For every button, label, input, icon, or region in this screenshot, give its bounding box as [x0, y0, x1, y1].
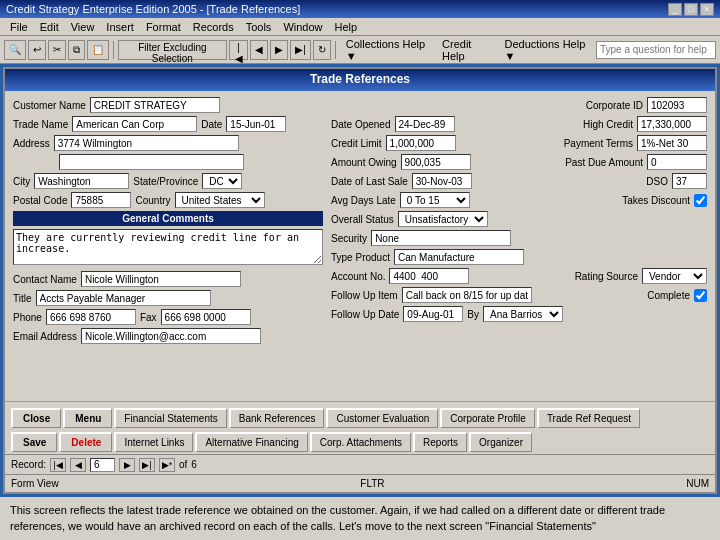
menu-window[interactable]: Window — [277, 20, 328, 34]
credit-limit-input[interactable] — [386, 135, 456, 151]
right-col: Date Opened High Credit Credit Limit Pay… — [331, 116, 707, 347]
title-row: Title — [13, 290, 323, 306]
security-input[interactable] — [371, 230, 511, 246]
title-input[interactable] — [36, 290, 211, 306]
toolbar-search[interactable]: 🔍 — [4, 40, 26, 60]
address-input[interactable] — [54, 135, 239, 151]
postal-input[interactable] — [71, 192, 131, 208]
bank-references-btn[interactable]: Bank References — [229, 408, 325, 428]
contact-name-input[interactable] — [81, 271, 241, 287]
collections-help[interactable]: Collections Help ▼ — [340, 37, 434, 63]
corporate-profile-btn[interactable]: Corporate Profile — [440, 408, 535, 428]
save-btn[interactable]: Save — [11, 432, 57, 452]
menu-view[interactable]: View — [65, 20, 101, 34]
corp-attachments-btn[interactable]: Corp. Attachments — [310, 432, 411, 452]
payment-terms-input[interactable] — [637, 135, 707, 151]
close-btn-form[interactable]: Close — [11, 408, 61, 428]
toolbar-filter[interactable]: Filter Excluding Selection — [118, 40, 227, 60]
organizer-btn[interactable]: Organizer — [469, 432, 532, 452]
date-opened-row: Date Opened High Credit — [331, 116, 707, 132]
email-row: Email Address — [13, 328, 323, 344]
menu-records[interactable]: Records — [187, 20, 240, 34]
toolbar-copy[interactable]: ⧉ — [68, 40, 85, 60]
date-opened-input[interactable] — [395, 116, 455, 132]
customer-evaluation-btn[interactable]: Customer Evaluation — [326, 408, 438, 428]
overall-status-select[interactable]: Unsatisfactory — [398, 211, 488, 227]
credit-limit-label: Credit Limit — [331, 138, 382, 149]
follow-up-date-input[interactable] — [403, 306, 463, 322]
trade-name-input[interactable] — [72, 116, 197, 132]
record-current[interactable] — [90, 458, 115, 472]
menu-insert[interactable]: Insert — [100, 20, 140, 34]
account-no-input[interactable] — [389, 268, 469, 284]
address-label: Address — [13, 138, 50, 149]
toolbar-nav-first[interactable]: |◀ — [229, 40, 248, 60]
type-product-input[interactable] — [394, 249, 524, 265]
toolbar-back[interactable]: ↩ — [28, 40, 46, 60]
nav-last[interactable]: ▶| — [139, 458, 155, 472]
credit-help[interactable]: Credit Help — [436, 37, 497, 63]
toolbar-paste[interactable]: 📋 — [87, 40, 109, 60]
toolbar-refresh[interactable]: ↻ — [313, 40, 331, 60]
past-due-input[interactable] — [647, 154, 707, 170]
country-select[interactable]: United States — [175, 192, 265, 208]
follow-up-input[interactable] — [402, 287, 532, 303]
maximize-btn[interactable]: □ — [684, 3, 698, 16]
minimize-btn[interactable]: _ — [668, 3, 682, 16]
nav-new[interactable]: ▶* — [159, 458, 175, 472]
alternative-financing-btn[interactable]: Alternative Financing — [195, 432, 307, 452]
postal-label: Postal Code — [13, 195, 67, 206]
phone-input[interactable] — [46, 309, 136, 325]
nav-next[interactable]: ▶ — [119, 458, 135, 472]
high-credit-label: High Credit — [583, 119, 633, 130]
dso-label: DSO — [646, 176, 668, 187]
nav-first[interactable]: |◀ — [50, 458, 66, 472]
close-btn[interactable]: × — [700, 3, 714, 16]
payment-terms-label: Payment Terms — [564, 138, 633, 149]
trade-ref-request-btn[interactable]: Trade Ref Request — [537, 408, 640, 428]
menu-tools[interactable]: Tools — [240, 20, 278, 34]
address2-input[interactable] — [59, 154, 244, 170]
financial-statements-btn[interactable]: Financial Statements — [114, 408, 226, 428]
toolbar-nav-next[interactable]: ▶ — [270, 40, 288, 60]
rating-source-select[interactable]: Vendor — [642, 268, 707, 284]
high-credit-input[interactable] — [637, 116, 707, 132]
state-select[interactable]: DC — [202, 173, 242, 189]
internet-links-btn[interactable]: Internet Links — [114, 432, 193, 452]
dso-input[interactable] — [672, 173, 707, 189]
reports-btn[interactable]: Reports — [413, 432, 467, 452]
avg-days-select[interactable]: 0 To 15 — [400, 192, 470, 208]
email-input[interactable] — [81, 328, 261, 344]
fax-input[interactable] — [161, 309, 251, 325]
credit-limit-row: Credit Limit Payment Terms — [331, 135, 707, 151]
buttons-row2: Save Delete Internet Links Alternative F… — [11, 432, 709, 452]
menu-format[interactable]: Format — [140, 20, 187, 34]
left-col: Trade Name Date Address City — [13, 116, 323, 347]
takes-discount-checkbox[interactable] — [694, 194, 707, 207]
city-input[interactable] — [34, 173, 129, 189]
complete-checkbox[interactable] — [694, 289, 707, 302]
buttons-row1: Close Menu Financial Statements Bank Ref… — [11, 408, 709, 428]
country-label: Country — [135, 195, 170, 206]
delete-btn[interactable]: Delete — [59, 432, 112, 452]
amount-owing-input[interactable] — [401, 154, 471, 170]
inner-title: Trade References — [310, 72, 410, 86]
record-total: 6 — [191, 459, 197, 470]
by-select[interactable]: Ana Barrios — [483, 306, 563, 322]
menu-help[interactable]: Help — [329, 20, 364, 34]
deductions-help[interactable]: Deductions Help ▼ — [499, 37, 594, 63]
toolbar-nav-last[interactable]: ▶| — [290, 40, 311, 60]
menu-btn[interactable]: Menu — [63, 408, 112, 428]
customer-name-input[interactable] — [90, 97, 220, 113]
search-input[interactable] — [596, 41, 716, 59]
toolbar-nav-prev[interactable]: ◀ — [250, 40, 268, 60]
date-input[interactable] — [226, 116, 286, 132]
comments-textarea[interactable]: They are currently reviewing credit line… — [13, 229, 323, 265]
menu-file[interactable]: File — [4, 20, 34, 34]
menu-edit[interactable]: Edit — [34, 20, 65, 34]
date-last-sale-input[interactable] — [412, 173, 472, 189]
nav-prev[interactable]: ◀ — [70, 458, 86, 472]
corporate-id-input[interactable] — [647, 97, 707, 113]
trade-name-label: Trade Name — [13, 119, 68, 130]
toolbar-cut[interactable]: ✂ — [48, 40, 66, 60]
